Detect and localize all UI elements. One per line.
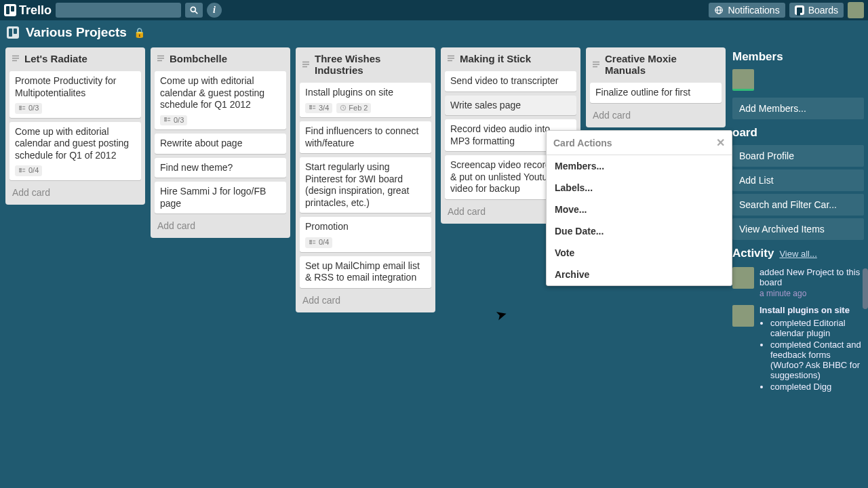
- card[interactable]: Finalize outline for first: [590, 83, 722, 103]
- card-text: Find new theme?: [160, 162, 281, 174]
- popover-due-date[interactable]: Due Date...: [547, 220, 732, 242]
- list-title: Bombchelle: [170, 53, 227, 64]
- notifications-button[interactable]: Notifications: [709, 3, 785, 18]
- user-avatar[interactable]: [848, 2, 864, 18]
- svg-rect-26: [310, 106, 312, 107]
- card-text: Finalize outline for first: [595, 87, 716, 99]
- activity-item: Install plugins on site completed Editor…: [732, 305, 864, 393]
- member-avatar[interactable]: [732, 69, 754, 91]
- add-list-button[interactable]: Add List: [732, 169, 864, 191]
- search-filter-button[interactable]: Search and Filter Car...: [732, 194, 864, 216]
- list-icon: [446, 53, 456, 64]
- activity-check-item: completed Digg: [770, 382, 864, 392]
- brand-logo[interactable]: Trello: [4, 3, 52, 18]
- add-card-button[interactable]: Add card: [155, 218, 286, 234]
- card-text: Come up with editorial calendar and gues…: [15, 126, 136, 162]
- list-header[interactable]: Bombchelle: [155, 52, 286, 67]
- popover-archive[interactable]: Archive: [547, 264, 732, 285]
- popover-members[interactable]: Members...: [547, 155, 732, 177]
- sidebar: Members Add Members... oard Board Profil…: [728, 45, 865, 488]
- search-icon: [189, 5, 199, 15]
- search-button[interactable]: [185, 3, 203, 18]
- board-profile-button[interactable]: Board Profile: [732, 145, 864, 167]
- card[interactable]: Start regularly using Pinterest for 3WI …: [300, 157, 431, 213]
- activity-text: added New Project to this board: [760, 267, 864, 287]
- boards-label: Boards: [808, 5, 838, 16]
- popover-title: Card Actions: [553, 138, 612, 148]
- add-members-button[interactable]: Add Members...: [732, 98, 864, 119]
- list-header[interactable]: Let's Radiate: [9, 52, 141, 67]
- card[interactable]: Find influencers to connect with/feature: [300, 121, 431, 153]
- card[interactable]: Rewrite about page: [155, 134, 286, 154]
- svg-rect-8: [20, 106, 22, 108]
- activity-view-all-link[interactable]: View all...: [779, 249, 816, 259]
- card[interactable]: Come up with editorial calendar & guest …: [155, 71, 286, 129]
- checklist-badge: 0/4: [305, 237, 332, 248]
- list-header[interactable]: Making it Stick: [445, 52, 576, 67]
- popover-labels[interactable]: Labels...: [547, 177, 732, 199]
- card[interactable]: Hire Sammi J for logo/FB page: [155, 182, 286, 214]
- card[interactable]: Set up MailChimp email list & RSS to ema…: [300, 256, 431, 288]
- workspace: Let's RadiatePromote Productivity for Mu…: [0, 45, 868, 488]
- activity-check-item: completed Contact and feedback forms (Wu…: [770, 340, 864, 380]
- add-card-button[interactable]: Add card: [300, 292, 431, 308]
- add-card-button[interactable]: Add card: [590, 107, 722, 123]
- svg-rect-12: [20, 169, 22, 170]
- activity-check-item: completed Editorial calendar plugin: [770, 318, 864, 338]
- card-text: Set up MailChimp email list & RSS to ema…: [305, 260, 426, 284]
- info-icon: i: [213, 5, 216, 16]
- activity-item: added New Project to this board a minute…: [732, 267, 864, 298]
- svg-rect-14: [20, 171, 22, 172]
- card[interactable]: Write sales page: [445, 96, 576, 116]
- list: Three Wishes IndustriesInstall plugins o…: [296, 47, 435, 312]
- top-bar: Trello i Notifications Boards: [0, 0, 868, 20]
- view-archived-button[interactable]: View Archived Items: [732, 218, 864, 240]
- list-icon: [156, 53, 165, 64]
- card-text: Promote Productivity for Multipotentiali…: [15, 75, 136, 99]
- brand-text: Trello: [19, 3, 52, 18]
- list-icon: [11, 53, 20, 64]
- list-header[interactable]: Three Wishes Industries: [300, 52, 431, 79]
- card[interactable]: Find new theme?: [155, 158, 286, 178]
- info-button[interactable]: i: [207, 3, 222, 18]
- card[interactable]: Promotion 0/4: [300, 217, 431, 251]
- card-text: Come up with editorial calendar & guest …: [160, 75, 281, 111]
- list-icon: [591, 59, 601, 70]
- card-text: Start regularly using Pinterest for 3WI …: [305, 161, 426, 209]
- popover-vote[interactable]: Vote: [547, 242, 732, 264]
- checklist-badge: 0/4: [15, 165, 42, 176]
- list-title: Creative Moxie Manuals: [605, 53, 720, 76]
- card[interactable]: Install plugins on site 3/4 Feb 2: [300, 83, 431, 117]
- card[interactable]: Promote Productivity for Multipotentiali…: [9, 71, 141, 118]
- svg-rect-28: [310, 108, 312, 109]
- boards-icon: [795, 5, 804, 15]
- card-text: Promotion: [305, 221, 426, 233]
- lock-icon: 🔒: [134, 27, 145, 38]
- card-text: Rewrite about page: [160, 138, 281, 150]
- checklist-badge: 0/3: [15, 103, 42, 114]
- globe-icon: [714, 5, 724, 15]
- popover-close-button[interactable]: ✕: [716, 136, 725, 149]
- board-section-heading: oard: [732, 126, 864, 140]
- list: Creative Moxie ManualsFinalize outline f…: [586, 47, 726, 127]
- svg-rect-33: [310, 240, 312, 241]
- scrollbar-thumb[interactable]: [863, 268, 868, 309]
- card-text: Write sales page: [450, 100, 571, 112]
- svg-point-0: [191, 7, 195, 12]
- add-card-button[interactable]: Add card: [9, 184, 141, 201]
- list-title: Three Wishes Industries: [315, 53, 430, 76]
- due-date-badge: Feb 2: [336, 103, 371, 114]
- svg-rect-35: [310, 243, 312, 244]
- boards-button[interactable]: Boards: [789, 3, 844, 18]
- list-header[interactable]: Creative Moxie Manuals: [590, 52, 722, 79]
- search-input[interactable]: [56, 3, 181, 18]
- activity-card-title[interactable]: Install plugins on site: [760, 305, 864, 315]
- card[interactable]: Come up with editorial calendar and gues…: [9, 122, 141, 180]
- card[interactable]: Send video to transcripter: [445, 71, 576, 92]
- board-title[interactable]: Various Projects: [26, 25, 127, 40]
- popover-move[interactable]: Move...: [547, 199, 732, 220]
- card-text: Install plugins on site: [305, 87, 426, 99]
- activity-heading: Activity: [732, 247, 774, 260]
- activity-avatar: [732, 267, 754, 289]
- activity-avatar: [732, 305, 754, 327]
